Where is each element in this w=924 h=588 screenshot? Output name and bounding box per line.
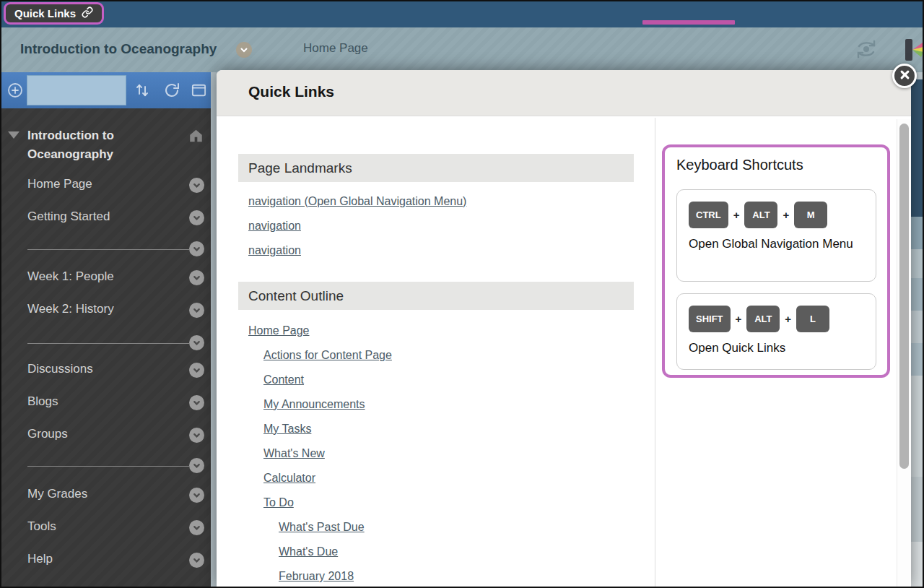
modal-scrollbar-track[interactable]: [897, 119, 911, 588]
keycap-alt: ALT: [746, 306, 780, 332]
chevron-down-icon[interactable]: [189, 241, 204, 256]
shortcut-description: Open Quick Links: [689, 339, 866, 357]
page-landmarks-heading: Page Landmarks: [238, 154, 634, 182]
landmark-link[interactable]: navigation: [248, 244, 301, 257]
chevron-down-icon[interactable]: [189, 395, 204, 410]
plus-sign: +: [736, 313, 742, 325]
keycap-alt: ALT: [744, 202, 777, 228]
plus-sign: +: [733, 209, 740, 221]
chevron-down-icon[interactable]: [189, 520, 204, 535]
quick-links-button-label: Quick Links: [14, 7, 76, 20]
sidebar-item-help[interactable]: Help: [27, 552, 53, 566]
sidebar-course-title[interactable]: Introduction to Oceanography: [27, 126, 157, 164]
breadcrumb: Home Page: [303, 41, 368, 56]
outline-link[interactable]: Home Page: [248, 324, 310, 337]
course-menu-chevron[interactable]: [236, 42, 252, 58]
quick-links-dialog: Quick Links Page Landmarks navigation (O…: [217, 70, 911, 588]
close-icon: [899, 69, 910, 83]
home-icon[interactable]: [188, 128, 204, 147]
highlight-strip: [642, 20, 735, 25]
outline-link[interactable]: My Announcements: [263, 398, 365, 411]
quick-links-button[interactable]: Quick Links: [4, 2, 104, 25]
chevron-down-icon[interactable]: [189, 363, 204, 378]
keycap-ctrl: CTRL: [689, 202, 728, 228]
outline-link[interactable]: What's New: [263, 447, 325, 460]
sidebar-item-week-1[interactable]: Week 1: People: [27, 269, 114, 284]
student-preview-icon[interactable]: [853, 38, 879, 63]
keycap-l: L: [796, 306, 829, 332]
outline-link[interactable]: Calculator: [263, 472, 315, 485]
plus-sign: +: [785, 313, 791, 325]
keycap-m: M: [794, 202, 827, 228]
add-menu-item-icon[interactable]: [6, 82, 24, 102]
chain-link-icon: [82, 7, 93, 21]
page-background: [911, 72, 924, 588]
shortcut-card: SHIFT + ALT + L Open Quick Links: [676, 293, 876, 370]
course-title: Introduction to Oceanography: [20, 41, 217, 57]
outline-link[interactable]: My Tasks: [263, 423, 311, 436]
content-outline-heading: Content Outline: [238, 282, 634, 310]
modal-scrollbar-thumb[interactable]: [899, 124, 909, 469]
chevron-down-icon[interactable]: [189, 210, 204, 225]
sidebar-item-home-page[interactable]: Home Page: [27, 177, 92, 191]
menu-divider: [27, 343, 189, 344]
sidebar-item-tools[interactable]: Tools: [27, 519, 56, 534]
dialog-title: Quick Links: [248, 83, 334, 100]
landmark-link[interactable]: navigation (Open Global Navigation Menu): [248, 195, 466, 208]
theme-palette-icon[interactable]: [905, 38, 924, 65]
refresh-icon[interactable]: [163, 82, 180, 102]
keycap-shift: SHIFT: [689, 306, 731, 332]
keyboard-shortcuts-title: Keyboard Shortcuts: [676, 157, 803, 173]
chevron-down-icon[interactable]: [189, 303, 204, 318]
panel-divider: [655, 118, 655, 588]
sidebar-item-groups[interactable]: Groups: [27, 427, 68, 441]
open-in-window-icon[interactable]: [191, 82, 207, 101]
chevron-down-icon[interactable]: [189, 270, 204, 285]
sidebar-item-my-grades[interactable]: My Grades: [27, 487, 87, 501]
outline-link[interactable]: Content: [263, 373, 304, 386]
dialog-header: Quick Links: [217, 70, 911, 116]
chevron-down-icon[interactable]: [189, 428, 204, 443]
content-outline-title: Content Outline: [248, 288, 344, 304]
sidebar-item-getting-started[interactable]: Getting Started: [27, 209, 110, 224]
chevron-down-icon[interactable]: [189, 488, 204, 503]
sidebar-item-week-2[interactable]: Week 2: History: [27, 302, 114, 316]
chevron-down-icon[interactable]: [189, 178, 204, 193]
plus-sign: +: [783, 209, 789, 221]
keyboard-shortcuts-panel: Keyboard Shortcuts CTRL + ALT + M Open G…: [662, 144, 890, 378]
sidebar-item-blogs[interactable]: Blogs: [27, 394, 58, 409]
sidebar-item-discussions[interactable]: Discussions: [27, 362, 93, 376]
top-navigation-bar: Quick Links: [0, 0, 924, 27]
shortcut-card: CTRL + ALT + M Open Global Navigation Me…: [676, 189, 876, 282]
course-menu-toolbar: [0, 72, 211, 108]
chevron-down-icon[interactable]: [189, 458, 204, 473]
chevron-down-icon[interactable]: [189, 553, 204, 568]
shortcut-description: Open Global Navigation Menu: [689, 235, 866, 253]
page-background-left: [211, 72, 217, 588]
page-landmarks-title: Page Landmarks: [248, 160, 352, 176]
course-header: Introduction to Oceanography: [0, 27, 924, 72]
outline-link[interactable]: Actions for Content Page: [263, 349, 392, 362]
landmark-link[interactable]: navigation: [248, 220, 301, 233]
close-button[interactable]: [892, 64, 917, 88]
menu-divider: [27, 466, 189, 467]
dialog-body: Page Landmarks navigation (Open Global N…: [217, 116, 911, 588]
outline-link[interactable]: February 2018: [279, 570, 354, 583]
collapse-caret-icon[interactable]: [8, 131, 19, 139]
outline-link[interactable]: To Do: [263, 496, 294, 509]
menu-divider: [27, 249, 189, 250]
reorder-icon[interactable]: [134, 82, 151, 102]
outline-link[interactable]: What's Past Due: [279, 521, 365, 534]
menu-display-toggle[interactable]: [27, 75, 126, 105]
outline-link[interactable]: What's Due: [279, 545, 338, 558]
chevron-down-icon[interactable]: [189, 335, 204, 350]
